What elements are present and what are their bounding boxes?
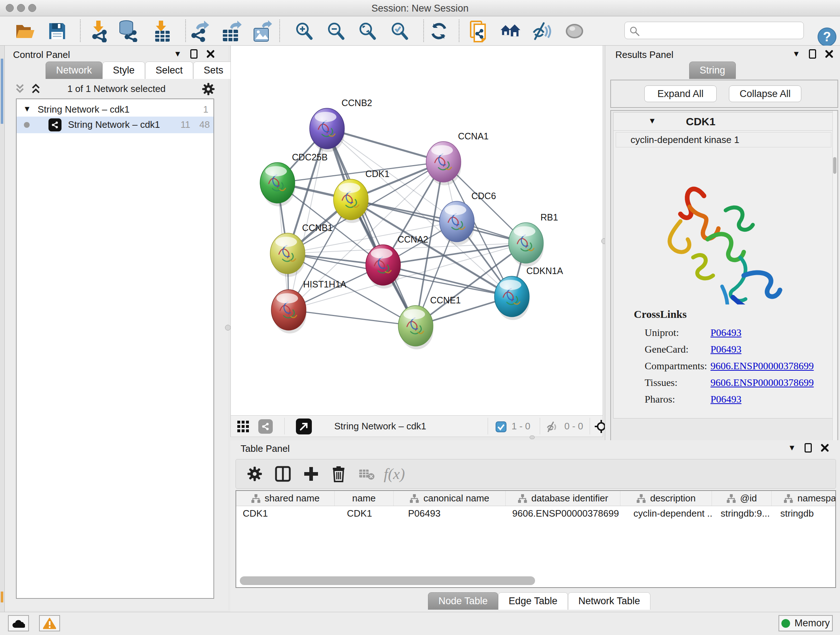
cloud-status-button[interactable] [8, 615, 29, 631]
network-node[interactable]: CCNE1 [398, 295, 461, 349]
show-graphics-details-icon[interactable] [564, 20, 585, 42]
import-network-file-icon[interactable] [88, 20, 109, 42]
tab-string-results[interactable]: String [689, 62, 736, 79]
toolbar-separator [279, 19, 280, 42]
close-panel-icon[interactable] [825, 50, 834, 58]
help-icon[interactable]: ? [818, 27, 836, 46]
column-header[interactable]: @id [712, 491, 772, 506]
horizontal-splitter-handle[interactable] [530, 435, 535, 439]
cell-name[interactable]: CDK1 [335, 506, 393, 521]
column-header[interactable]: canonical name [393, 491, 506, 506]
delete-table-icon[interactable] [358, 467, 375, 480]
save-session-icon[interactable] [46, 20, 68, 42]
network-collection-row[interactable]: ▼ String Network – cdk1 1 [17, 101, 213, 117]
west-side-strip [0, 46, 5, 612]
function-builder-icon[interactable]: f(x) [384, 465, 405, 483]
string-network-graph[interactable]: CCNB2CCNA1CDC25BCDK1CDC6RB1CCNB1CCNA2CDK… [231, 46, 603, 415]
crosslink-link[interactable]: P06493 [711, 394, 742, 405]
column-header[interactable]: namespace [772, 491, 836, 506]
hidden-eye-icon[interactable] [546, 421, 559, 432]
table-options-gear-icon[interactable] [247, 466, 262, 481]
cell-id[interactable]: stringdb:9... [712, 506, 772, 521]
delete-column-icon[interactable] [332, 466, 346, 482]
network-node[interactable]: CCNB2 [309, 98, 372, 152]
selected-checkbox-icon[interactable] [496, 421, 507, 432]
entry-collapse-icon[interactable]: ▼ [648, 116, 656, 126]
crosslink-link[interactable]: 9606.ENSP00000378699 [711, 360, 813, 372]
tab-edge-table[interactable]: Edge Table [498, 592, 568, 610]
collection-expand-icon[interactable]: ▼ [23, 104, 31, 114]
cell-namespace[interactable]: stringdb [772, 506, 836, 521]
cell-description[interactable]: cyclin-dependent ... [621, 506, 712, 521]
panel-menu-icon[interactable]: ▼ [788, 443, 796, 453]
network-node[interactable]: CDK1 [333, 169, 390, 223]
node-result-header[interactable]: ▼ CDK1 [614, 112, 834, 131]
import-table-file-icon[interactable] [150, 20, 172, 42]
string-protein-query-icon[interactable] [468, 20, 489, 42]
column-header[interactable]: description [621, 491, 712, 506]
float-panel-icon[interactable] [809, 49, 816, 59]
add-column-icon[interactable] [303, 466, 319, 482]
zoom-in-icon[interactable] [293, 20, 315, 42]
network-node[interactable]: CCNB1 [270, 223, 333, 277]
open-session-icon[interactable] [14, 20, 36, 42]
show-columns-icon[interactable] [275, 466, 291, 482]
table-horizontal-scrollbar-thumb[interactable] [240, 576, 535, 585]
hide-selected-icon[interactable] [531, 20, 553, 42]
string-home-icon[interactable] [500, 20, 522, 42]
network-node[interactable]: CCNA1 [426, 131, 489, 185]
panel-menu-icon[interactable]: ▼ [792, 49, 800, 59]
network-view-canvas[interactable]: CCNB2CCNA1CDC25BCDK1CDC6RB1CCNB1CCNA2CDK… [231, 46, 603, 415]
network-node[interactable]: CDC25B [260, 152, 328, 206]
grid-view-icon[interactable] [237, 421, 249, 432]
float-panel-icon[interactable] [190, 49, 197, 59]
cell-shared-name[interactable]: CDK1 [236, 506, 335, 521]
birdseye-view-icon[interactable] [296, 418, 312, 434]
export-image-icon[interactable] [251, 20, 273, 42]
network-node[interactable]: CDKN1A [494, 266, 563, 320]
panel-menu-icon[interactable]: ▼ [174, 49, 182, 59]
network-node[interactable]: HIST1H1A [271, 279, 347, 333]
zoom-fit-icon[interactable] [356, 20, 378, 42]
collapse-all-button[interactable]: Collapse All [729, 86, 801, 102]
expand-all-button[interactable]: Expand All [644, 86, 717, 102]
crosslink-link[interactable]: 9606.ENSP00000378699 [711, 377, 813, 388]
network-share-view-icon[interactable] [258, 419, 273, 434]
tab-network[interactable]: Network [46, 62, 103, 79]
results-scrollbar-thumb[interactable] [833, 157, 836, 174]
network-edge[interactable] [327, 128, 416, 326]
tab-select[interactable]: Select [145, 62, 193, 79]
close-panel-icon[interactable] [206, 50, 215, 58]
memory-status-button[interactable]: Memory [778, 615, 833, 631]
tab-network-table[interactable]: Network Table [568, 592, 651, 610]
column-header[interactable]: shared name [236, 491, 335, 506]
zoom-out-icon[interactable] [325, 20, 347, 42]
tab-sets[interactable]: Sets [193, 62, 234, 79]
export-network-icon[interactable] [189, 20, 211, 42]
gene-description: cyclin-dependent kinase 1 [630, 134, 739, 146]
table-row[interactable]: CDK1 CDK1 P06493 9606.ENSP00000378699 cy… [236, 506, 836, 521]
float-panel-icon[interactable] [805, 443, 812, 453]
warnings-button[interactable] [39, 615, 60, 631]
crosslink-link[interactable]: P06493 [711, 327, 742, 339]
network-node[interactable]: CDC6 [439, 191, 496, 245]
tab-style[interactable]: Style [103, 62, 145, 79]
import-network-database-icon[interactable] [117, 20, 139, 42]
crosslink-link[interactable]: P06493 [711, 344, 742, 355]
network-options-gear-icon[interactable] [202, 82, 215, 96]
close-panel-icon[interactable] [821, 443, 829, 452]
cell-database-identifier[interactable]: 9606.ENSP00000378699 [506, 506, 621, 521]
vertical-splitter-handle[interactable] [225, 325, 231, 331]
apply-layout-icon[interactable] [428, 20, 450, 42]
network-edge[interactable] [289, 310, 416, 326]
export-table-icon[interactable] [220, 20, 242, 42]
tab-node-table[interactable]: Node Table [428, 592, 498, 610]
column-header[interactable]: database identifier [506, 491, 621, 506]
strip-accent [1, 592, 3, 602]
column-header[interactable]: name [335, 491, 393, 506]
search-input[interactable] [643, 23, 798, 37]
zoom-selected-icon[interactable] [388, 20, 410, 42]
network-node[interactable]: RB1 [508, 212, 558, 266]
network-row-selected[interactable]: String Network – cdk1 11 48 [17, 117, 213, 133]
cell-canonical-name[interactable]: P06493 [393, 506, 506, 521]
